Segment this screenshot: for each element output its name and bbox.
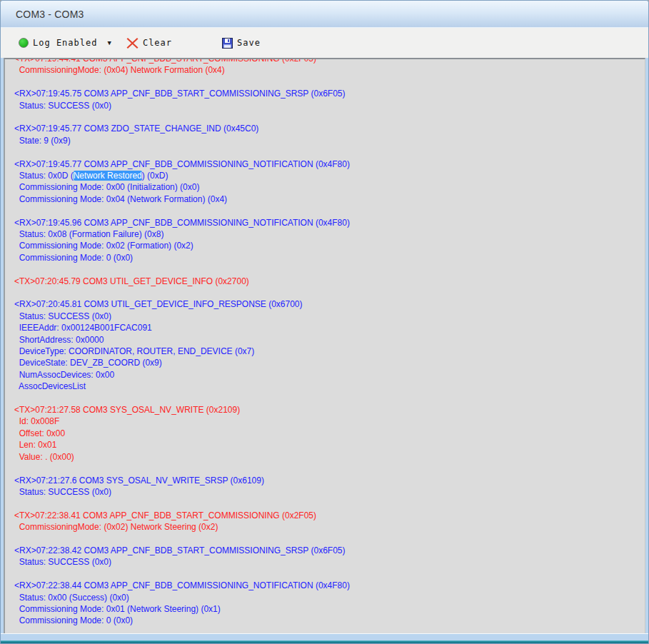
log-block-tx: <TX>07:20:45.79 COM3 UTIL_GET_DEVICE_INF… [14,276,645,287]
log-block-tx: <TX>07:21:27.58 COM3 SYS_OSAL_NV_WRITE (… [14,404,645,463]
log-line[interactable]: <RX>07:19:45.77 COM3 ZDO_STATE_CHANGE_IN… [14,123,645,134]
log-line[interactable]: <RX>07:19:45.96 COM3 APP_CNF_BDB_COMMISS… [14,217,645,228]
log-content[interactable]: <TX>07:19:44.41 COM3 APP_CNF_BDB_START_C… [5,58,645,627]
log-line[interactable]: <RX>07:19:45.75 COM3 APP_CNF_BDB_START_C… [14,88,645,99]
log-line[interactable]: Status: SUCCESS (0x0) [14,556,645,568]
log-line[interactable]: Commissioning Mode: 0 (0x0) [14,615,645,626]
log-line[interactable]: Value: . (0x00) [14,451,645,463]
log-enabled-button[interactable]: Log Enabled ▼ [16,36,114,49]
log-block-rx: <RX>07:20:45.81 COM3 UTIL_GET_DEVICE_INF… [14,298,645,392]
log-line[interactable]: Status: 0x00 (Success) (0x0) [14,592,645,603]
window-title: COM3 - COM3 [16,9,84,20]
save-label: Save [237,38,261,48]
log-line[interactable]: NumAssocDevices: 0x00 [14,369,645,381]
log-line[interactable]: Commissioning Mode: 0x04 (Network Format… [14,193,645,205]
log-block-rx: <RX>07:22:38.42 COM3 APP_CNF_BDB_START_C… [14,545,645,568]
log-line[interactable]: <RX>07:22:38.42 COM3 APP_CNF_BDB_START_C… [14,545,645,556]
log-line[interactable]: ShortAddress: 0x0000 [14,334,645,346]
log-line[interactable]: <RX>07:19:45.77 COM3 APP_CNF_BDB_COMMISS… [14,159,645,170]
log-line[interactable]: <TX>07:22:38.41 COM3 APP_CNF_BDB_START_C… [14,510,645,521]
log-line[interactable]: Commissioning Mode: 0x02 (Formation) (0x… [14,240,645,251]
titlebar[interactable]: COM3 - COM3 [1,1,648,28]
log-line[interactable]: <RX>07:21:27.6 COM3 SYS_OSAL_NV_WRITE_SR… [14,475,645,486]
log-line[interactable]: DeviceType: COORDINATOR, ROUTER, END_DEV… [14,346,645,357]
log-line[interactable]: Status: 0x08 (Formation Failure) (0x8) [14,228,645,240]
log-line[interactable]: Commissioning Mode: 0x01 (Network Steeri… [14,603,645,615]
log-line[interactable]: Offset: 0x00 [14,428,645,439]
chevron-down-icon[interactable]: ▼ [107,39,111,46]
log-block-rx: <RX>07:22:38.44 COM3 APP_CNF_BDB_COMMISS… [14,580,645,627]
clear-button[interactable]: Clear [124,36,174,51]
log-line[interactable]: Status: SUCCESS (0x0) [14,311,645,322]
log-line[interactable]: Status: SUCCESS (0x0) [14,100,645,111]
log-block-rx: <RX>07:19:45.77 COM3 APP_CNF_BDB_COMMISS… [14,159,645,206]
clear-x-icon [126,37,139,49]
log-line[interactable]: Status: 0x0D (Network Restored) (0xD) [14,170,645,181]
log-line[interactable]: State: 9 (0x9) [14,135,645,146]
toolbar: Log Enabled ▼ Clear Save [1,28,648,58]
log-block-rx: <RX>07:19:45.77 COM3 ZDO_STATE_CHANGE_IN… [14,123,645,146]
log-line[interactable]: DeviceState: DEV_ZB_COORD (0x9) [14,357,645,368]
log-line[interactable]: Len: 0x01 [14,439,645,451]
log-line[interactable]: <TX>07:19:44.41 COM3 APP_CNF_BDB_START_C… [14,58,645,64]
log-line[interactable]: Commissioning Mode: 0 (0x0) [14,252,645,263]
log-line[interactable]: <TX>07:20:45.79 COM3 UTIL_GET_DEVICE_INF… [14,276,645,287]
log-line[interactable]: Commissioning Mode: 0x00 (Initialization… [14,181,645,193]
clear-label: Clear [143,38,172,48]
window-bottom-border [1,633,648,640]
log-line[interactable]: <RX>07:22:38.44 COM3 APP_CNF_BDB_COMMISS… [14,580,645,591]
log-block-rx: <RX>07:21:27.6 COM3 SYS_OSAL_NV_WRITE_SR… [14,475,645,498]
log-block-tx: <TX>07:19:44.41 COM3 APP_CNF_BDB_START_C… [14,58,645,76]
log-line[interactable]: Status: SUCCESS (0x0) [14,486,645,498]
log-line[interactable]: <RX>07:20:45.81 COM3 UTIL_GET_DEVICE_INF… [14,298,645,310]
log-block-tx: <TX>07:22:38.41 COM3 APP_CNF_BDB_START_C… [14,510,645,533]
save-button[interactable]: Save [220,36,263,50]
background-window-edge [1,640,648,643]
log-viewport[interactable]: <TX>07:19:44.41 COM3 APP_CNF_BDB_START_C… [4,58,645,633]
log-line[interactable]: IEEEAddr: 0x00124B001FCAC091 [14,322,645,333]
log-enabled-label: Log Enabled [33,38,97,48]
log-line[interactable]: AssocDevicesList [14,381,645,392]
log-block-rx: <RX>07:19:45.75 COM3 APP_CNF_BDB_START_C… [14,88,645,111]
save-floppy-icon [222,38,233,49]
log-line[interactable]: Id: 0x008F [14,416,645,427]
log-block-rx: <RX>07:19:45.96 COM3 APP_CNF_BDB_COMMISS… [14,217,645,264]
log-line[interactable]: CommissioningMode: (0x02) Network Steeri… [14,521,645,533]
selected-text: Network Restored [74,171,142,181]
log-enabled-status-icon [19,38,29,48]
log-line[interactable]: <TX>07:21:27.58 COM3 SYS_OSAL_NV_WRITE (… [14,404,645,416]
log-line[interactable]: CommissioningMode: (0x04) Network Format… [14,64,645,76]
com-port-log-window: COM3 - COM3 Log Enabled ▼ Clear [0,0,649,644]
